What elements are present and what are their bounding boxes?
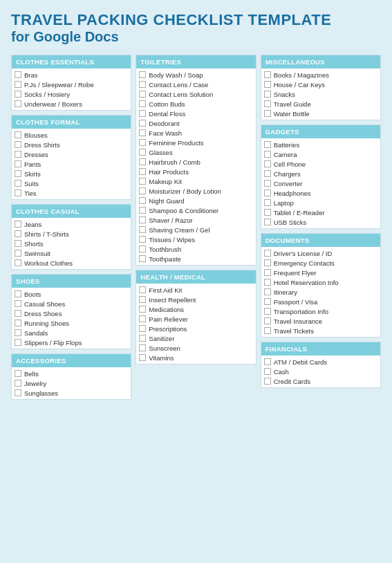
checkbox[interactable] [264,141,271,148]
checkbox[interactable] [15,131,21,138]
checkbox[interactable] [264,358,271,365]
checkbox[interactable] [139,315,146,322]
checkbox[interactable] [15,170,21,177]
list-item: Shaver / Razor [136,215,255,225]
checkbox[interactable] [264,160,271,167]
checkbox[interactable] [15,370,21,377]
checkbox[interactable] [264,100,271,107]
checkbox[interactable] [264,288,271,295]
section-0-4: ACCESSORIESBeltsJewelrySunglasses [11,353,131,400]
checkbox[interactable] [264,317,271,324]
checkbox[interactable] [15,380,21,387]
item-label: Sunscreen [149,344,180,352]
checkbox[interactable] [139,139,146,146]
checkbox[interactable] [139,120,146,127]
checkbox[interactable] [139,110,146,117]
checkbox[interactable] [15,190,21,196]
checkbox[interactable] [139,325,146,332]
item-label: Contact Lens / Case [149,81,208,89]
checkbox[interactable] [264,81,271,88]
checkbox[interactable] [139,71,146,78]
checkbox[interactable] [139,197,146,204]
checkbox[interactable] [264,71,271,78]
checkbox[interactable] [139,216,146,223]
item-label: Contact Lens Solution [149,91,213,98]
checkbox[interactable] [264,259,271,266]
checkbox[interactable] [139,158,146,165]
checkbox[interactable] [139,354,146,361]
checkbox[interactable] [15,300,21,307]
checkbox[interactable] [139,168,146,175]
checkbox[interactable] [264,368,271,375]
checkbox[interactable] [139,255,146,262]
checkbox[interactable] [15,160,21,167]
checkbox[interactable] [15,389,21,396]
checkbox[interactable] [139,149,146,156]
checkbox[interactable] [264,180,271,187]
item-label: Shampoo & Conditioner [149,207,218,214]
checkbox[interactable] [264,151,271,158]
item-label: Frequent Flyer [274,269,317,277]
list-item: Skirts [12,169,131,178]
checkbox[interactable] [15,180,21,187]
checkbox[interactable] [264,91,271,98]
checkbox[interactable] [139,236,146,243]
section-body-2-2: Driver's License / IDEmergency ContactsF… [261,247,380,337]
checkbox[interactable] [264,308,271,315]
section-header-2-0: MISCELLANEOUS [261,55,380,68]
item-label: Sunglasses [24,389,58,397]
checkbox[interactable] [139,129,146,136]
checkbox[interactable] [264,279,271,286]
checkbox[interactable] [139,91,146,98]
checkbox[interactable] [139,335,146,342]
checkbox[interactable] [15,240,21,247]
checkbox[interactable] [264,298,271,305]
checkbox[interactable] [139,207,146,214]
checkbox[interactable] [15,329,21,336]
checkbox[interactable] [15,290,21,297]
list-item: Glasses [136,147,255,157]
item-label: Slippers / Flip Flops [24,339,82,347]
item-label: Shaving Cream / Gel [149,226,209,234]
list-item: Shorts [12,239,131,248]
checkbox[interactable] [264,327,271,334]
list-item: Ties [12,188,131,198]
checkbox[interactable] [15,310,21,317]
checkbox[interactable] [15,141,21,148]
checkbox[interactable] [139,306,146,313]
list-item: Dental Floss [136,109,255,118]
checkbox[interactable] [264,219,271,225]
checkbox[interactable] [15,71,21,78]
checkbox[interactable] [139,187,146,194]
checkbox[interactable] [139,344,146,351]
checkbox[interactable] [139,286,146,293]
checkbox[interactable] [15,100,21,107]
item-label: ATM / Debit Cards [274,358,327,366]
checkbox[interactable] [264,378,271,385]
checkbox[interactable] [264,250,271,257]
checkbox[interactable] [139,226,146,233]
checkbox[interactable] [139,81,146,88]
checkbox[interactable] [15,339,21,346]
checkbox[interactable] [15,91,21,98]
checkbox[interactable] [15,221,21,228]
checkbox[interactable] [139,100,146,107]
checkbox[interactable] [264,209,271,216]
checklist-columns: CLOTHES ESSENTIALSBrasP.Js / Sleepwear /… [11,55,381,400]
checkbox[interactable] [264,170,271,177]
checkbox[interactable] [15,320,21,326]
checkbox[interactable] [264,110,271,117]
item-label: Snacks [274,91,295,98]
checkbox[interactable] [139,296,146,303]
checkbox[interactable] [139,246,146,252]
checkbox[interactable] [15,259,21,266]
checkbox[interactable] [15,81,21,88]
checkbox[interactable] [264,190,271,196]
item-label: Bras [24,71,38,79]
checkbox[interactable] [139,178,146,185]
checkbox[interactable] [264,269,271,276]
checkbox[interactable] [264,199,271,206]
checkbox[interactable] [15,250,21,257]
checkbox[interactable] [15,230,21,237]
checkbox[interactable] [15,151,21,158]
